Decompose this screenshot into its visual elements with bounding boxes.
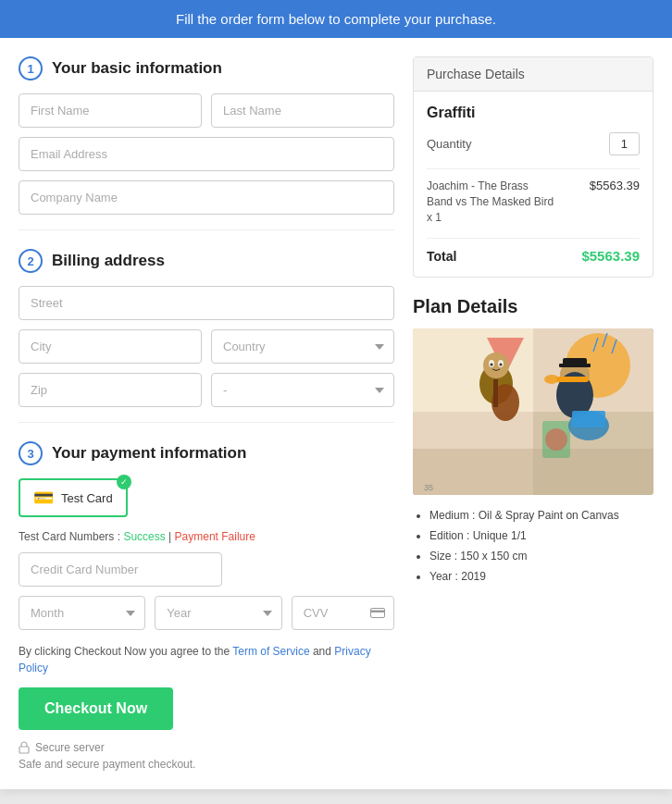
cvv-card-icon — [370, 606, 385, 621]
quantity-row: Quantity 1 — [427, 132, 640, 155]
plan-details-title: Plan Details — [413, 296, 653, 317]
section3-title: Your payment information — [52, 444, 246, 463]
plan-image: 35 — [413, 328, 653, 495]
section2-heading: 2 Billing address — [19, 249, 394, 273]
svg-rect-2 — [19, 747, 29, 753]
svg-rect-21 — [556, 377, 589, 382]
svg-text:35: 35 — [424, 483, 433, 492]
zip-input[interactable] — [19, 373, 202, 407]
city-input[interactable] — [19, 329, 202, 364]
check-icon: ✓ — [117, 475, 131, 489]
purchase-details-header: Purchase Details — [414, 57, 653, 92]
street-input[interactable] — [19, 286, 394, 320]
payment-method-label: Test Card — [61, 491, 113, 505]
zip-state-row: - — [19, 373, 394, 407]
section2-title: Billing address — [52, 252, 165, 270]
purchase-details-box: Purchase Details Graffiti Quantity 1 Joa… — [413, 56, 653, 278]
section1-heading: 1 Your basic information — [19, 56, 394, 80]
svg-point-16 — [500, 364, 503, 366]
section3-number: 3 — [19, 441, 43, 465]
svg-point-28 — [545, 428, 567, 451]
svg-rect-18 — [493, 379, 498, 407]
email-row — [19, 137, 394, 171]
section3-heading: 3 Your payment information — [19, 441, 394, 465]
city-country-row: Country — [19, 329, 394, 364]
month-select[interactable]: Month 01020304 05060708 09101112 — [19, 596, 145, 630]
secure-row: Secure server — [19, 741, 394, 754]
checkout-button[interactable]: Checkout Now — [19, 687, 173, 730]
svg-rect-0 — [370, 608, 384, 617]
product-title: Graffiti — [427, 105, 640, 121]
last-name-input[interactable] — [211, 93, 394, 128]
total-row: Total $5563.39 — [427, 238, 640, 264]
item-price: $5563.39 — [590, 179, 640, 192]
safe-text: Safe and secure payment checkout. — [19, 758, 394, 771]
secure-label: Secure server — [35, 741, 105, 754]
svg-rect-30 — [572, 411, 605, 427]
credit-card-icon: 💳 — [33, 488, 54, 508]
cvv-wrap — [292, 596, 394, 630]
company-row — [19, 180, 394, 215]
street-row — [19, 286, 394, 320]
top-banner: Fill the order form below to complete yo… — [0, 0, 672, 38]
test-card-info: Test Card Numbers : Success | Payment Fa… — [19, 530, 394, 543]
svg-point-22 — [544, 375, 559, 384]
banner-text: Fill the order form below to complete yo… — [176, 11, 496, 27]
lock-icon — [19, 741, 30, 754]
test-card-success-link[interactable]: Success — [123, 530, 165, 543]
country-select[interactable]: Country — [211, 329, 394, 364]
cc-number-input[interactable] — [19, 552, 222, 587]
purchase-details-body: Graffiti Quantity 1 Joachim - The Brass … — [414, 92, 653, 277]
company-input[interactable] — [19, 180, 394, 215]
total-label: Total — [427, 249, 456, 264]
svg-rect-24 — [559, 364, 591, 367]
svg-rect-1 — [370, 610, 385, 612]
plan-details-list: Medium : Oil & Spray Paint on Canvas Edi… — [413, 508, 653, 584]
quantity-label: Quantity — [427, 137, 471, 151]
plan-details-section: Plan Details — [413, 296, 653, 584]
email-input[interactable] — [19, 137, 394, 171]
terms-link[interactable]: Term of Service — [232, 645, 309, 658]
expiry-cvv-row: Month 01020304 05060708 09101112 Year 20… — [19, 596, 394, 630]
svg-point-15 — [491, 364, 493, 366]
cc-number-row — [19, 552, 394, 587]
year-select[interactable]: Year 2024202520262027 202820292030 — [155, 596, 281, 630]
svg-point-12 — [483, 353, 509, 378]
plan-spec-2: Edition : Unique 1/1 — [429, 528, 653, 544]
total-price: $5563.39 — [581, 248, 640, 264]
state-select[interactable]: - — [211, 373, 394, 407]
test-card-button[interactable]: 💳 Test Card ✓ — [19, 478, 128, 517]
plan-spec-3: Size : 150 x 150 cm — [429, 549, 653, 564]
svg-rect-25 — [413, 449, 653, 495]
name-row — [19, 93, 394, 128]
section2-number: 2 — [19, 249, 43, 273]
right-panel: Purchase Details Graffiti Quantity 1 Joa… — [413, 56, 653, 771]
section1-number: 1 — [19, 56, 43, 80]
first-name-input[interactable] — [19, 93, 202, 128]
test-card-label: Test Card Numbers : — [19, 530, 120, 543]
test-card-failure-link[interactable]: Payment Failure — [175, 530, 255, 543]
item-row: Joachim - The Brass Band vs The Masked B… — [427, 168, 640, 225]
plan-spec-4: Year : 2019 — [429, 569, 653, 585]
item-name: Joachim - The Brass Band vs The Masked B… — [427, 179, 556, 225]
terms-text: By clicking Checkout Now you agree to th… — [19, 643, 394, 676]
section1-title: Your basic information — [52, 59, 222, 78]
plan-spec-1: Medium : Oil & Spray Paint on Canvas — [429, 508, 653, 524]
left-panel: 1 Your basic information 2 Billing a — [19, 56, 394, 771]
quantity-value: 1 — [609, 132, 640, 155]
